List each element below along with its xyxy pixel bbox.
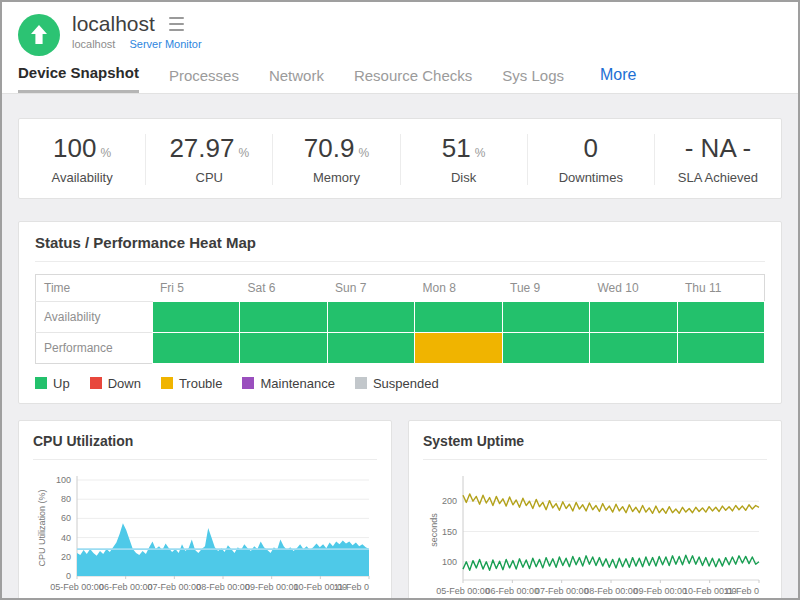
heatmap-header-fri-5: Fri 5: [152, 274, 240, 301]
legend-swatch-down: [90, 377, 102, 389]
heatmap-header-wed-10: Wed 10: [590, 274, 678, 301]
legend-label: Down: [108, 376, 141, 391]
svg-text:06-Feb 00:00: 06-Feb 00:00: [486, 586, 540, 596]
stat-memory: 70.9%Memory: [272, 134, 399, 185]
stat-number: 27.97: [169, 133, 234, 163]
heatmap-body: AvailabilityPerformance: [36, 301, 765, 363]
heatmap-header-sun-7: Sun 7: [327, 274, 415, 301]
heatmap-cell-performance-wed-10[interactable]: [590, 332, 678, 363]
heatmap-cell-performance-sun-7[interactable]: [327, 332, 415, 363]
stat-value: 27.97%: [146, 134, 272, 163]
heatmap-table: TimeFri 5Sat 6Sun 7Mon 8Tue 9Wed 10Thu 1…: [35, 274, 765, 364]
breadcrumb-device: localhost: [72, 38, 115, 50]
svg-text:60: 60: [61, 513, 71, 523]
stat-number: 51: [442, 133, 471, 163]
heatmap-cell-availability-sat-6[interactable]: [240, 301, 328, 332]
svg-text:80: 80: [61, 494, 71, 504]
svg-text:150: 150: [442, 526, 457, 536]
stat-unit: %: [238, 146, 249, 160]
heatmap-cell-availability-tue-9[interactable]: [502, 301, 590, 332]
tab-processes[interactable]: Processes: [169, 67, 239, 93]
heatmap-cell-performance-sat-6[interactable]: [240, 332, 328, 363]
svg-text:08-Feb 00:00: 08-Feb 00:00: [584, 586, 638, 596]
arrow-up-icon: [18, 14, 60, 56]
heatmap-row-availability: Availability: [36, 301, 765, 332]
stat-value: 0: [528, 134, 654, 163]
stat-availability: 100%Availability: [19, 134, 145, 185]
stat-value: 51%: [401, 134, 527, 163]
svg-text:11-Feb 0: 11-Feb 0: [334, 582, 369, 592]
heatmap-header-thu-11: Thu 11: [677, 274, 765, 301]
tab-network[interactable]: Network: [269, 67, 324, 93]
stat-value: 70.9%: [273, 134, 399, 163]
device-status-avatar: [18, 14, 60, 56]
breadcrumb-category-link[interactable]: Server Monitor: [129, 38, 201, 50]
heatmap-cell-performance-fri-5[interactable]: [152, 332, 240, 363]
stat-disk: 51%Disk: [400, 134, 527, 185]
heatmap-title: Status / Performance Heat Map: [35, 234, 765, 262]
page-title: localhost: [72, 12, 155, 35]
stat-label: Memory: [273, 170, 399, 185]
svg-text:09-Feb 00:00: 09-Feb 00:00: [245, 582, 299, 592]
legend-item-down: Down: [90, 376, 141, 391]
stat-number: 100: [53, 133, 96, 163]
legend-swatch-suspended: [355, 377, 367, 389]
heatmap-card: Status / Performance Heat Map TimeFri 5S…: [18, 221, 782, 404]
heatmap-cell-performance-thu-11[interactable]: [677, 332, 765, 363]
heatmap-header: TimeFri 5Sat 6Sun 7Mon 8Tue 9Wed 10Thu 1…: [36, 274, 765, 301]
legend-swatch-trouble: [161, 377, 173, 389]
server-monitor-page: localhost localhost Server Monitor Devic…: [0, 0, 800, 600]
tab-more[interactable]: More: [600, 66, 636, 93]
heatmap-cell-availability-thu-11[interactable]: [677, 301, 765, 332]
heatmap-header-mon-8: Mon 8: [415, 274, 503, 301]
heatmap-header-time: Time: [36, 274, 153, 301]
title-block: localhost localhost Server Monitor: [72, 12, 202, 50]
stat-unit: %: [100, 146, 111, 160]
stat-number: 70.9: [304, 133, 355, 163]
tab-device-snapshot[interactable]: Device Snapshot: [18, 64, 139, 93]
heatmap-cell-availability-sun-7[interactable]: [327, 301, 415, 332]
legend-label: Up: [53, 376, 70, 391]
breadcrumb: localhost Server Monitor: [72, 38, 202, 50]
charts-row: CPU Utilization 020406080100CPU Utilizat…: [18, 420, 782, 598]
svg-text:0: 0: [66, 571, 71, 581]
legend-swatch-up: [35, 377, 47, 389]
heatmap-cell-availability-wed-10[interactable]: [590, 301, 678, 332]
tab-bar: Device SnapshotProcessesNetworkResource …: [2, 56, 798, 93]
header: localhost localhost Server Monitor: [2, 2, 798, 56]
tab-resource-checks[interactable]: Resource Checks: [354, 67, 472, 93]
heatmap-row-performance: Performance: [36, 332, 765, 363]
svg-text:09-Feb 00:00: 09-Feb 00:00: [634, 586, 688, 596]
stat-value: - NA -: [655, 134, 781, 163]
svg-text:CPU Utilization (%): CPU Utilization (%): [37, 489, 47, 566]
stat-label: CPU: [146, 170, 272, 185]
tab-sys-logs[interactable]: Sys Logs: [502, 67, 564, 93]
cpu-chart: 020406080100CPU Utilization (%)05-Feb 00…: [33, 474, 377, 598]
heatmap-cell-availability-fri-5[interactable]: [152, 301, 240, 332]
stat-number: - NA -: [685, 133, 751, 163]
stat-value: 100%: [19, 134, 145, 163]
stat-label: Availability: [19, 170, 145, 185]
svg-text:07-Feb 00:00: 07-Feb 00:00: [535, 586, 589, 596]
legend-label: Suspended: [373, 376, 439, 391]
stats-summary-card: 100%Availability27.97%CPU70.9%Memory51%D…: [18, 118, 782, 199]
cpu-chart-title: CPU Utilization: [33, 433, 377, 460]
cpu-chart-card: CPU Utilization 020406080100CPU Utilizat…: [18, 420, 392, 598]
stat-unit: %: [475, 146, 486, 160]
stat-label: SLA Achieved: [655, 170, 781, 185]
svg-text:11-Feb 0: 11-Feb 0: [724, 586, 759, 596]
uptime-chart-card: System Uptime 100150200seconds05-Feb 00:…: [408, 420, 782, 598]
legend-item-trouble: Trouble: [161, 376, 223, 391]
legend-item-maintenance: Maintenance: [242, 376, 334, 391]
svg-text:07-Feb 00:00: 07-Feb 00:00: [148, 582, 202, 592]
svg-text:seconds: seconds: [429, 512, 439, 546]
uptime-chart-title: System Uptime: [423, 433, 767, 460]
menu-icon[interactable]: [167, 13, 186, 35]
heatmap-cell-performance-mon-8[interactable]: [415, 332, 503, 363]
svg-text:40: 40: [61, 532, 71, 542]
heatmap-cell-availability-mon-8[interactable]: [415, 301, 503, 332]
heatmap-header-tue-9: Tue 9: [502, 274, 590, 301]
svg-text:06-Feb 00:00: 06-Feb 00:00: [99, 582, 153, 592]
svg-text:05-Feb 00:00: 05-Feb 00:00: [436, 586, 490, 596]
heatmap-cell-performance-tue-9[interactable]: [502, 332, 590, 363]
